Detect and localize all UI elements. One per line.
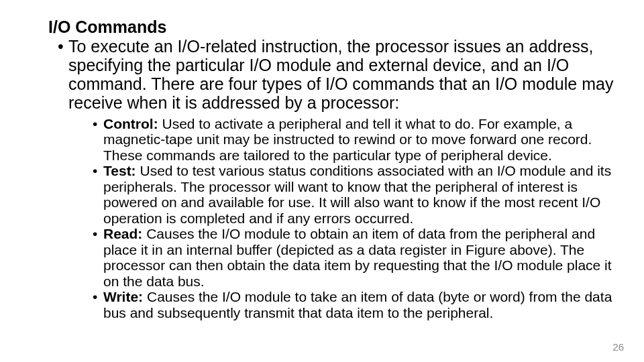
item-read-label: Read: xyxy=(103,226,142,241)
item-test: Test: Used to test various status condit… xyxy=(93,163,617,226)
item-control-label: Control: xyxy=(103,116,158,131)
slide-title: I/O Commands xyxy=(48,17,617,37)
item-read-text: Causes the I/O module to obtain an item … xyxy=(103,226,612,289)
page-number: 26 xyxy=(612,341,624,353)
item-write-label: Write: xyxy=(103,289,143,304)
item-control-text: Used to activate a peripheral and tell i… xyxy=(103,116,592,163)
item-test-text: Used to test various status conditions a… xyxy=(103,163,611,226)
bullet-list-level1: To execute an I/O-related instruction, t… xyxy=(48,37,617,321)
bullet-list-level2: Control: Used to activate a peripheral a… xyxy=(68,116,617,321)
item-write: Write: Causes the I/O module to take an … xyxy=(93,289,617,320)
intro-bullet: To execute an I/O-related instruction, t… xyxy=(58,37,617,321)
slide: I/O Commands To execute an I/O-related i… xyxy=(0,0,644,362)
item-write-text: Causes the I/O module to take an item of… xyxy=(103,289,612,320)
item-read: Read: Causes the I/O module to obtain an… xyxy=(93,226,617,289)
item-test-label: Test: xyxy=(103,163,136,178)
item-control: Control: Used to activate a peripheral a… xyxy=(93,116,617,164)
intro-text: To execute an I/O-related instruction, t… xyxy=(68,37,613,112)
